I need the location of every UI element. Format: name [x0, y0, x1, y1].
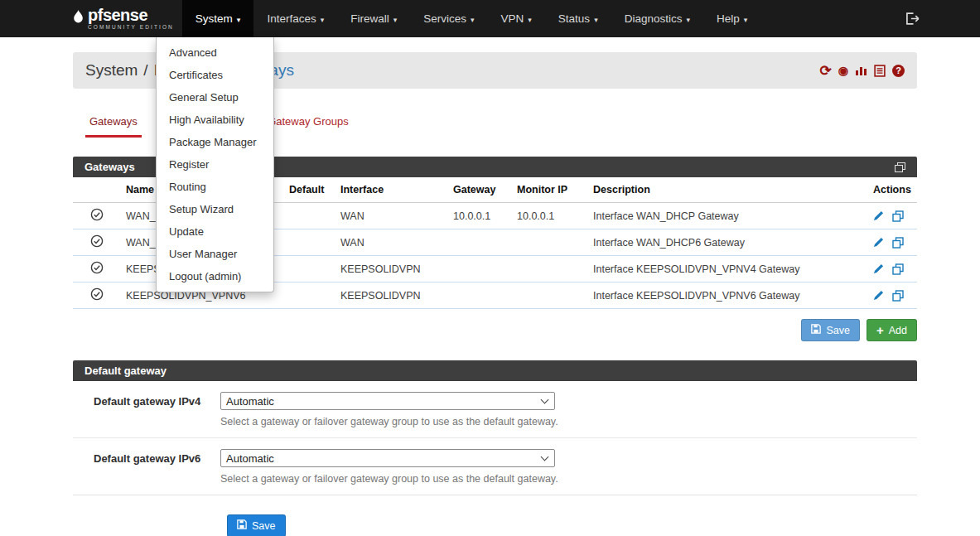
ipv4-gateway-select[interactable]: Automatic — [220, 392, 555, 410]
gateway-interface: WAN — [336, 229, 448, 256]
gateway-monitor-ip: 10.0.0.1 — [512, 203, 588, 229]
tab-gateways[interactable]: Gateways — [85, 109, 142, 138]
help-icon[interactable]: ? — [892, 65, 905, 77]
ipv6-gateway-select[interactable]: Automatic — [220, 449, 555, 467]
menu-status[interactable]: Status ▾ — [545, 0, 611, 37]
menu-item-setup-wizard[interactable]: Setup Wizard — [157, 198, 273, 220]
edit-pencil-icon[interactable] — [873, 263, 884, 274]
gateway-default — [284, 282, 336, 309]
copy-icon[interactable] — [892, 237, 904, 249]
chevron-down-icon: ▾ — [393, 16, 398, 24]
select-wrapper: Automatic — [220, 392, 555, 410]
table-actions-row: Save + Add — [73, 319, 917, 341]
menu-system[interactable]: System ▾ — [182, 0, 254, 37]
col-description: Description — [588, 177, 868, 203]
gateway-monitor-ip — [512, 256, 588, 282]
ipv6-gateway-row: Default gateway IPv6 Automatic Select a … — [73, 437, 917, 495]
col-default: Default — [284, 177, 336, 203]
top-navbar: pfsense COMMUNITY EDITION System ▾ Inter… — [0, 0, 980, 37]
log-document-icon[interactable] — [874, 65, 886, 77]
save-button[interactable]: Save — [801, 319, 860, 341]
flame-icon — [73, 10, 84, 27]
chevron-down-icon: ▾ — [686, 16, 690, 24]
add-button[interactable]: + Add — [867, 319, 917, 341]
copy-icon[interactable] — [892, 210, 904, 222]
gateway-interface: KEEPSOLIDVPN — [336, 256, 448, 282]
system-dropdown-menu: Advanced Certificates General Setup High… — [156, 37, 274, 292]
menu-diagnostics[interactable]: Diagnostics ▾ — [611, 0, 703, 37]
gateway-description: Interface WAN_DHCP Gateway — [588, 203, 868, 229]
chevron-down-icon: ▾ — [594, 16, 598, 24]
floppy-disk-icon — [237, 519, 247, 532]
title-actions: ⟳ ◉ ? — [820, 64, 905, 78]
menu-firewall[interactable]: Firewall ▾ — [337, 0, 410, 37]
menu-help[interactable]: Help ▾ — [703, 0, 760, 37]
ipv4-gateway-row: Default gateway IPv4 Automatic Select a … — [73, 381, 917, 437]
ipv6-gateway-help: Select a gateway or failover gateway gro… — [220, 473, 558, 485]
tab-gateway-groups[interactable]: Gateway Groups — [263, 109, 353, 138]
menu-item-certificates[interactable]: Certificates — [157, 64, 273, 86]
brand-tagline: COMMUNITY EDITION — [88, 25, 174, 31]
plus-icon: + — [876, 326, 884, 335]
col-enabled — [73, 177, 121, 203]
gateway-description: Interface KEEPSOLIDVPN_VPNV6 Gateway — [588, 282, 868, 309]
gateway-address — [448, 229, 512, 256]
chevron-down-icon: ▾ — [321, 16, 325, 24]
default-gateway-panel-header: Default gateway — [73, 360, 917, 381]
main-menu: System ▾ Interfaces ▾ Firewall ▾ Service… — [182, 0, 760, 37]
edit-pencil-icon[interactable] — [873, 290, 884, 301]
menu-item-advanced[interactable]: Advanced — [157, 41, 273, 64]
menu-item-package-manager[interactable]: Package Manager — [157, 131, 273, 153]
gateways-panel-title: Gateways — [84, 161, 135, 173]
check-circle-icon — [90, 239, 104, 250]
menu-item-logout[interactable]: Logout (admin) — [157, 265, 273, 287]
default-gateway-form: Default gateway IPv4 Automatic Select a … — [73, 381, 917, 495]
gateway-interface: KEEPSOLIDVPN — [336, 282, 448, 309]
gateway-address — [448, 256, 512, 282]
save-button-main[interactable]: Save — [227, 514, 286, 536]
gateway-interface: WAN — [336, 203, 448, 229]
status-dot-icon[interactable]: ◉ — [838, 65, 848, 76]
bar-chart-icon[interactable] — [855, 65, 867, 76]
gateway-address: 10.0.0.1 — [448, 203, 512, 229]
menu-item-register[interactable]: Register — [157, 153, 273, 176]
col-actions: Actions — [868, 177, 917, 203]
menu-item-user-manager[interactable]: User Manager — [157, 243, 273, 265]
brand-name: pfsense — [88, 7, 174, 23]
menu-vpn[interactable]: VPN ▾ — [488, 0, 545, 37]
menu-item-general-setup[interactable]: General Setup — [157, 86, 273, 109]
copy-icon[interactable] — [892, 290, 904, 302]
menu-item-update[interactable]: Update — [157, 220, 273, 243]
menu-item-routing[interactable]: Routing — [157, 176, 273, 198]
default-gateway-panel: Default gateway Default gateway IPv4 Aut… — [73, 360, 917, 495]
logout-icon[interactable] — [905, 0, 920, 37]
ipv4-gateway-label: Default gateway IPv4 — [94, 392, 220, 408]
gateway-description: Interface KEEPSOLIDVPN_VPNV4 Gateway — [588, 256, 868, 282]
gateway-default — [284, 229, 336, 256]
check-circle-icon — [90, 292, 104, 303]
col-monitor-ip: Monitor IP — [512, 177, 588, 203]
select-wrapper: Automatic — [220, 449, 555, 467]
pfsense-logo[interactable]: pfsense COMMUNITY EDITION — [73, 0, 174, 37]
gateway-monitor-ip — [512, 282, 588, 309]
menu-interfaces[interactable]: Interfaces ▾ — [253, 0, 337, 37]
chevron-down-icon: ▾ — [237, 16, 241, 24]
menu-item-high-availability[interactable]: High Availability — [157, 109, 273, 131]
gateway-address — [448, 282, 512, 309]
gateway-description: Interface WAN_DHCP6 Gateway — [588, 229, 868, 256]
edit-pencil-icon[interactable] — [873, 237, 884, 248]
panel-collapse-icon[interactable] — [895, 162, 905, 172]
ipv4-gateway-help: Select a gateway or failover gateway gro… — [220, 416, 558, 427]
col-interface: Interface — [336, 177, 448, 203]
copy-icon[interactable] — [892, 263, 904, 275]
gateway-monitor-ip — [512, 229, 588, 256]
gateway-default — [284, 256, 336, 282]
col-gateway: Gateway — [448, 177, 512, 203]
check-circle-icon — [90, 265, 104, 277]
refresh-icon[interactable]: ⟳ — [820, 64, 832, 78]
floppy-disk-icon — [811, 324, 821, 336]
ipv6-gateway-label: Default gateway IPv6 — [94, 449, 220, 465]
default-gateway-panel-title: Default gateway — [84, 365, 167, 377]
edit-pencil-icon[interactable] — [873, 210, 884, 221]
menu-services[interactable]: Services ▾ — [410, 0, 487, 37]
